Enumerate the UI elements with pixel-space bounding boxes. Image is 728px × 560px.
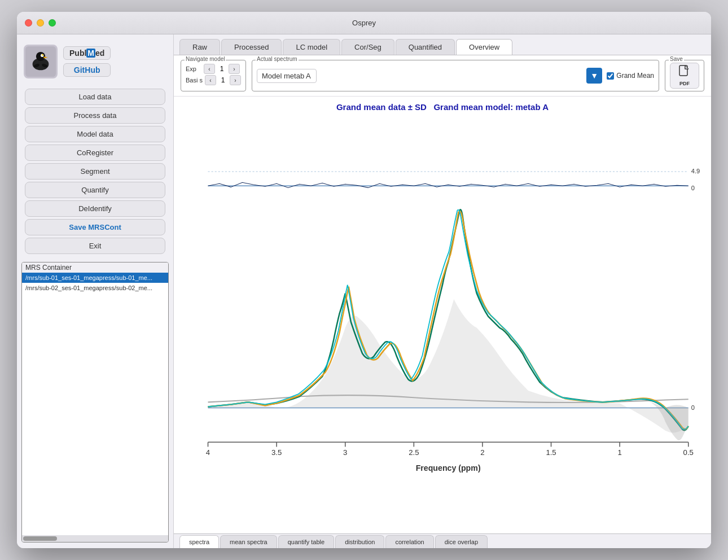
spectrum-dropdown-button[interactable]: ▼	[586, 68, 602, 84]
bottom-tab-distribution[interactable]: distribution	[335, 535, 384, 548]
chart-area: Grand mean data ± SD Grand mean model: m…	[174, 97, 711, 533]
deidentify-button[interactable]: DeIdentify	[25, 200, 165, 217]
bottom-tab-quantify-table[interactable]: quantify table	[278, 535, 334, 548]
basis-label: Basi s	[186, 77, 203, 84]
svg-text:0: 0	[691, 185, 695, 191]
basis-prev-button[interactable]: ‹	[205, 75, 216, 85]
quantify-button[interactable]: Quantify	[25, 182, 165, 198]
mrs-container-item-1[interactable]: /mrs/sub-01_ses-01_megapress/sub-01_me..…	[22, 273, 168, 283]
mrs-container: MRS Container /mrs/sub-01_ses-01_megapre…	[21, 262, 169, 542]
logo-area: PublMed GitHub	[17, 40, 173, 88]
scroll-thumb	[23, 536, 57, 541]
segment-button[interactable]: Segment	[25, 163, 165, 180]
exp-next-button[interactable]: ›	[229, 64, 240, 74]
tab-processed[interactable]: Processed	[221, 39, 282, 55]
svg-text:2.5: 2.5	[409, 448, 419, 457]
chart-title: Grand mean data ± SD Grand mean model: m…	[185, 102, 700, 112]
spectrum-select[interactable]: Model metab A	[257, 69, 317, 83]
minimize-button[interactable]	[37, 19, 44, 27]
logo-links: PublMed GitHub	[63, 46, 111, 77]
window-controls	[25, 19, 56, 27]
close-button[interactable]	[25, 19, 32, 27]
navigate-model-group: Navigate model Exp ‹ 1 › Basi s ‹ 1 ›	[181, 60, 246, 91]
mrs-container-list[interactable]: /mrs/sub-01_ses-01_megapress/sub-01_me..…	[22, 273, 168, 535]
save-group: Save PDF	[665, 60, 704, 91]
bottom-tab-dice-overlap[interactable]: dice overlap	[435, 535, 488, 548]
svg-point-4	[42, 54, 43, 56]
bird-logo	[24, 45, 58, 78]
svg-text:1: 1	[617, 448, 621, 457]
title-bar: Osprey	[17, 12, 711, 34]
actual-spectrum-label: Actual spectrum	[256, 56, 299, 62]
process-data-button[interactable]: Process data	[25, 107, 165, 124]
mrs-container-scrollbar[interactable]	[22, 535, 168, 542]
maximize-button[interactable]	[49, 19, 56, 27]
svg-rect-10	[185, 162, 700, 482]
exit-button[interactable]: Exit	[25, 238, 165, 254]
svg-text:2: 2	[480, 448, 484, 457]
pdf-icon	[678, 65, 691, 80]
grandmean-label[interactable]: Grand Mean	[616, 72, 654, 80]
svg-text:0: 0	[691, 404, 695, 411]
navigate-model-label: Navigate model	[185, 56, 226, 62]
basis-next-button[interactable]: ›	[230, 75, 241, 85]
save-label: Save	[669, 56, 684, 62]
spectrum-select-wrapper: Model metab A	[257, 69, 582, 83]
tab-raw[interactable]: Raw	[179, 39, 220, 55]
bottom-tabs: spectra mean spectra quantify table dist…	[174, 533, 711, 548]
svg-text:4.9%: 4.9%	[691, 168, 700, 174]
tab-lcmodel[interactable]: LC model	[283, 39, 340, 55]
exp-value: 1	[217, 65, 226, 73]
main-content: PublMed GitHub Load data Process data Mo…	[17, 34, 711, 548]
window-title: Osprey	[352, 19, 376, 27]
pdf-label: PDF	[679, 81, 690, 86]
right-area: Raw Processed LC model Cor/Seg Quantifie…	[174, 34, 711, 548]
dropdown-icon: ▼	[590, 71, 598, 80]
basis-value: 1	[218, 76, 227, 84]
coregister-button[interactable]: CoRegister	[25, 145, 165, 161]
controls-bar: Navigate model Exp ‹ 1 › Basi s ‹ 1 ›	[174, 55, 711, 97]
tab-corseg[interactable]: Cor/Seg	[341, 39, 394, 55]
grandmean-checkbox-group: Grand Mean	[607, 72, 654, 80]
tab-overview[interactable]: Overview	[456, 39, 512, 55]
bottom-tab-correlation[interactable]: correlation	[385, 535, 433, 548]
chart-container: 4.9% 0 0	[185, 116, 700, 528]
chart-svg: 4.9% 0 0	[185, 116, 700, 528]
pubmed-link[interactable]: PublMed	[63, 46, 111, 60]
mrs-container-title: MRS Container	[22, 262, 168, 273]
exp-label: Exp	[186, 65, 201, 72]
svg-text:4: 4	[206, 448, 210, 457]
main-window: Osprey	[17, 12, 711, 548]
svg-text:0.5: 0.5	[683, 448, 694, 457]
exp-prev-button[interactable]: ‹	[204, 64, 215, 74]
svg-text:3.5: 3.5	[271, 448, 282, 457]
tab-quantified[interactable]: Quantified	[396, 39, 455, 55]
actual-spectrum-group: Actual spectrum Model metab A ▼ Grand Me…	[252, 60, 659, 91]
svg-text:Frequency (ppm): Frequency (ppm)	[416, 463, 481, 473]
exp-nav-row: Exp ‹ 1 ›	[186, 64, 241, 74]
bottom-tab-mean-spectra[interactable]: mean spectra	[220, 535, 277, 548]
bottom-tab-spectra[interactable]: spectra	[179, 535, 219, 548]
sidebar: PublMed GitHub Load data Process data Mo…	[17, 34, 174, 548]
load-data-button[interactable]: Load data	[25, 89, 165, 105]
svg-text:3: 3	[343, 448, 347, 457]
pdf-button[interactable]: PDF	[670, 63, 699, 89]
top-tabs: Raw Processed LC model Cor/Seg Quantifie…	[174, 34, 711, 55]
svg-text:1.5: 1.5	[546, 448, 556, 457]
svg-point-2	[36, 52, 45, 61]
mrs-container-item-2[interactable]: /mrs/sub-02_ses-01_megapress/sub-02_me..…	[22, 283, 168, 293]
github-link[interactable]: GitHub	[63, 63, 111, 77]
model-data-button[interactable]: Model data	[25, 126, 165, 142]
basis-nav-row: Basi s ‹ 1 ›	[186, 75, 241, 85]
grandmean-checkbox[interactable]	[607, 72, 614, 80]
save-mrscont-button[interactable]: Save MRSCont	[25, 219, 165, 235]
